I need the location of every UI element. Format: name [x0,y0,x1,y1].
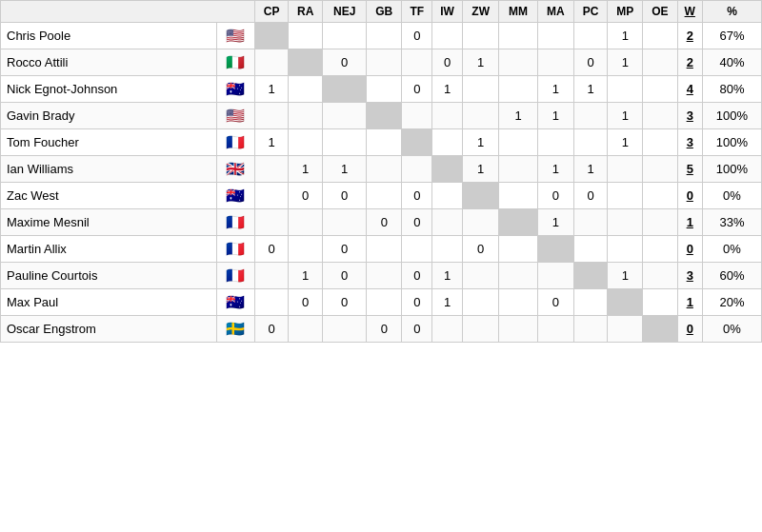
table-row: Tom Foucher🇫🇷1113100% [1,129,762,156]
pct-cell: 0% [702,183,761,209]
player-name-oe: Oscar Engstrom [1,316,217,343]
result-cell: 0 [463,236,499,263]
result-cell [574,209,608,236]
result-cell [463,23,499,49]
result-cell [463,316,499,343]
result-cell [499,156,537,183]
result-cell: 0 [255,316,289,343]
result-cell [643,23,677,49]
result-cell: 1 [432,263,463,289]
table-row: Gavin Brady🇺🇸1113100% [1,103,762,129]
result-cell: 0 [367,209,402,236]
table-row: Zac West🇦🇺0000000% [1,183,762,209]
result-cell: 0 [367,316,402,343]
result-cell [463,183,499,209]
result-cell [255,289,289,316]
wins-cell: 0 [677,183,702,209]
result-cell [323,23,367,49]
result-cell [537,49,573,76]
result-cell [289,76,323,103]
result-cell: 0 [323,289,367,316]
result-cell [323,103,367,129]
col-header-ma: MA [537,1,573,23]
result-cell: 1 [608,23,643,49]
header-row: CPRANEJGBTFIWZWMMMAPCMPOEW% [1,1,762,23]
result-cell: 0 [574,49,608,76]
player-name-ra: Rocco Attili [1,49,217,76]
result-cell: 1 [537,156,573,183]
result-cell: 1 [537,103,573,129]
result-cell [367,76,402,103]
pct-cell: 67% [702,23,761,49]
result-cell [643,209,677,236]
result-cell [289,236,323,263]
player-flag-mp: 🇦🇺 [216,289,254,316]
result-cell [608,76,643,103]
player-flag-oe: 🇸🇪 [216,316,254,343]
result-cell [574,316,608,343]
result-cell [574,236,608,263]
player-name-iw: Ian Williams [1,156,217,183]
result-cell [463,103,499,129]
player-name-nej: Nick Egnot-Johnson [1,76,217,103]
result-cell: 1 [255,76,289,103]
col-header-nej: NEJ [323,1,367,23]
player-name-gb: Gavin Brady [1,103,217,129]
result-cell: 1 [499,103,537,129]
result-cell [499,23,537,49]
result-cell [463,76,499,103]
result-cell [367,23,402,49]
result-cell [643,156,677,183]
pct-cell: 40% [702,49,761,76]
result-cell: 1 [323,156,367,183]
result-cell [432,183,463,209]
result-cell [643,183,677,209]
col-header-zw: ZW [463,1,499,23]
result-cell: 0 [402,316,432,343]
table-row: Ian Williams🇬🇧111115100% [1,156,762,183]
result-cell: 1 [574,76,608,103]
player-name-mm: Maxime Mesnil [1,209,217,236]
result-cell: 0 [323,49,367,76]
result-cell: 1 [463,49,499,76]
result-cell [402,129,432,156]
wins-cell: 0 [677,316,702,343]
pct-cell: 0% [702,316,761,343]
wins-cell: 1 [677,289,702,316]
wins-cell: 4 [677,76,702,103]
result-cell: 0 [537,289,573,316]
result-cell [574,289,608,316]
result-cell [643,289,677,316]
player-flag-nej: 🇦🇺 [216,76,254,103]
result-cell: 1 [432,76,463,103]
result-cell [432,209,463,236]
result-cell [537,23,573,49]
result-cell [255,23,289,49]
result-cell [255,263,289,289]
result-cell [499,183,537,209]
result-cell: 0 [402,23,432,49]
player-flag-iw: 🇬🇧 [216,156,254,183]
player-flag-ma: 🇫🇷 [216,236,254,263]
result-cell: 1 [432,289,463,316]
result-cell [537,263,573,289]
pct-cell: 80% [702,76,761,103]
result-cell: 0 [289,289,323,316]
result-cell: 0 [402,76,432,103]
result-cell [537,236,573,263]
result-cell [323,316,367,343]
result-cell: 1 [608,49,643,76]
result-cell: 1 [289,263,323,289]
pct-cell: 0% [702,236,761,263]
wins-cell: 1 [677,209,702,236]
result-cell [608,209,643,236]
result-cell [608,236,643,263]
result-cell [367,156,402,183]
player-name-zw: Zac West [1,183,217,209]
pct-cell: 100% [702,156,761,183]
result-cell: 1 [289,156,323,183]
result-cell [432,23,463,49]
result-cell [499,76,537,103]
result-cell [499,209,537,236]
result-cell [432,129,463,156]
